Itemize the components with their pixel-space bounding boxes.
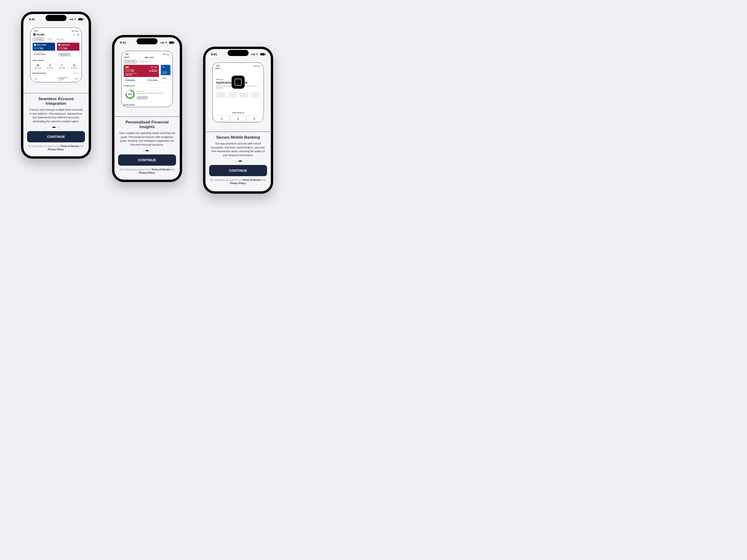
page-title: My Loan [145,56,154,59]
numeric-keypad: 1 2 3 [214,115,262,122]
onboarding-phone-1: 9:41 ••ılᯤ 9:41••ıl ᯤ ▬ PayMe ⌕◔ ACCOUNT… [21,12,91,159]
legal-text: By continuing you agree to out Terms of … [23,142,89,154]
app-brand: PayMe [33,33,45,36]
bank-icon: 🏛 [33,64,43,66]
battery-icon [78,18,83,21]
tos-link[interactable]: Terms of Service [152,168,170,171]
search-icon[interactable]: ⌕ [169,56,171,59]
back-button[interactable]: ‹ BACK [214,68,262,69]
bill-icon: ▤ [69,64,79,66]
credit-score-card[interactable]: 813 300900 EXCELLENT Review activity on … [124,88,171,102]
battery-icon [169,41,174,44]
preview-device: 9:41••ıl ᯤ ▬ PayMe ⌕◔ ACCOUNTS CARDS WAL… [30,28,82,82]
status-time: 9:41 [211,53,217,56]
tos-link[interactable]: Terms of Service [242,179,261,181]
quick-self-transfer[interactable]: ↻Self Transfer [57,62,68,70]
wifi-icon: ᯤ [74,18,77,21]
view-balance-button[interactable]: VIEW BALANCE [58,53,71,56]
search-icon[interactable]: ⌕ [73,33,75,36]
page-indicator [28,127,84,128]
brand-icon [33,33,36,36]
faceid-icon [235,79,241,86]
onboarding-title: Personalised Financial Insights [119,120,175,129]
tab-accounts[interactable]: ACCOUNTS [32,38,44,41]
legal-text: By continuing you agree to out Terms of … [205,176,271,187]
page-indicator [119,150,175,151]
loan-card-hdfc[interactable]: HD Account Jay So Total Lo₹ 9,00, [161,64,171,83]
activity-item[interactable]: ⊕ [32,75,55,82]
credit-status: EXCELLENT [136,90,169,92]
loan-card-pnb[interactable]: pnbAuto Loan Account Number•••• •••• 438… [124,64,159,83]
view-details-button[interactable]: VIEW DETAILS [136,96,148,99]
onboarding-title: Seamless Account Integration [28,97,84,106]
credit-score-title: Credit Score [124,85,171,87]
onboarding-phone-2: 9:41 ••ılᯤ 9:41••ıl ᯤ ▬ ‹ BACK My Loan ⌕… [112,35,182,182]
bank-card-hdfc[interactable]: HDFC BANK Account Number •••• •••• 7645 … [32,43,55,57]
quick-bank-transfer[interactable]: 🏛Bank Transfer [32,62,44,70]
status-time: 9:41 [29,18,35,21]
preview-device: 9:41••ıl ᯤ ▬ ‹ BACK My Loan ⌕ ACTIVE LOA… [121,51,173,107]
quick-action-title: Quick Action [32,59,80,61]
onboarding-description: Gain insights into spending habits and f… [119,131,175,147]
axis-logo-icon [58,44,60,46]
pnb-logo-icon: pnb [125,66,129,68]
privacy-link[interactable]: Privacy Policy [230,182,246,185]
status-time: 9:41 [120,41,126,44]
faceid-prompt [232,76,244,89]
back-button[interactable]: ‹ BACK [124,56,129,58]
passcode-inputs [216,92,260,98]
view-all-link[interactable]: VIEW ALL [73,73,80,74]
continue-button[interactable]: CONTINUE [118,155,176,166]
passcode-digit[interactable] [228,92,237,98]
credit-ring-icon: 813 [125,89,135,99]
signal-icon: ••ıl [69,18,73,21]
continue-button[interactable]: CONTINUE [209,165,267,176]
onboarding-description: Our app prioritizes security with robust… [210,142,266,157]
key-2[interactable]: 2 [230,115,246,122]
quick-upi-transfer[interactable]: ⇆UPI Transfer [45,62,56,70]
tos-link[interactable]: Terms of Service [60,145,79,148]
battery-icon [260,53,265,56]
continue-button[interactable]: CONTINUE [27,131,85,142]
passcode-digit[interactable] [251,92,260,98]
quick-bill-payment[interactable]: ▤Bill Payment [69,62,80,70]
upi-icon: ⇆ [45,64,55,66]
bell-icon[interactable]: ◔ [77,33,79,36]
self-icon: ↻ [57,64,67,66]
privacy-link[interactable]: Privacy Policy [139,171,155,174]
passcode-digit[interactable] [216,92,226,98]
page-indicator [210,161,266,162]
privacy-link[interactable]: Privacy Policy [48,148,64,151]
use-faceid-button[interactable]: USE FACE ID [216,112,260,114]
preview-device: 9:41••ıl ᯤ ▬ ‹ BACK Enter your Applicati… [212,62,264,122]
onboarding-phone-3: 9:41 ••ılᯤ 9:41••ıl ᯤ ▬ ‹ BACK Enter you… [203,47,273,194]
activity-item[interactable]: Spotify Yearly Plan ₹ -1,298.00 Debited … [57,75,80,82]
key-1[interactable]: 1 [214,115,230,122]
onboarding-description: Connect and manage multiple bank account… [28,108,84,124]
recent-activity-title: Recent Activity [32,72,46,74]
tab-wallets[interactable]: WALLETS [55,38,65,41]
onboarding-title: Secure Mobile Banking [210,135,266,140]
tab-close-loan[interactable]: CLOSE LOAN [138,60,151,63]
tab-cards[interactable]: CARDS [45,38,54,41]
key-3[interactable]: 3 [247,115,262,122]
bank-card-axis[interactable]: AXIS BANK Account Number •••• •••• 4353 … [57,43,80,57]
legal-text: By continuing you agree to out Terms of … [114,166,180,177]
tab-active-loan[interactable]: ACTIVE LOAN [124,60,137,63]
hdfc-logo-icon [34,44,36,46]
activity-icon: ⊕ [34,77,37,80]
activity-icon: ⊕ [75,77,78,80]
passcode-digit[interactable] [239,92,249,98]
account-tabs: ACCOUNTS CARDS WALLETS [32,38,80,41]
